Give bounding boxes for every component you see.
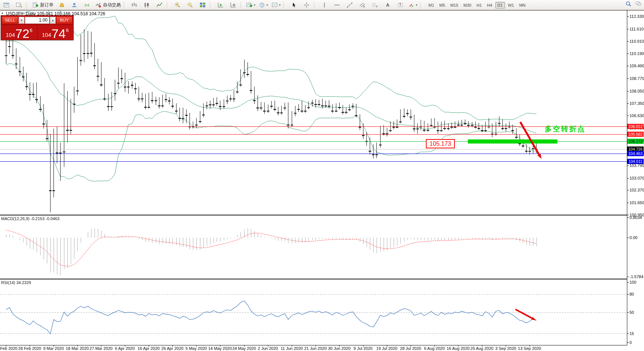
fibonacci-button[interactable]: F bbox=[369, 1, 381, 10]
mql5-button[interactable] bbox=[56, 1, 68, 10]
timeframe-w1-button[interactable]: W1 bbox=[506, 2, 517, 9]
timeframe-m15-button[interactable]: M15 bbox=[448, 2, 460, 9]
toolbar-right-icons bbox=[625, 1, 642, 7]
buy-price[interactable]: 104 74 6 bbox=[38, 25, 74, 40]
toolbar-separator bbox=[314, 1, 317, 9]
autotrading-button[interactable]: 自动交易 bbox=[94, 1, 122, 10]
date-axis-label: 30 Jun 2020 bbox=[326, 346, 352, 351]
price-badge-106.012: 106.012 bbox=[627, 124, 644, 129]
templates-button[interactable]: ▾ bbox=[270, 1, 282, 10]
search-icon[interactable] bbox=[625, 1, 632, 7]
equidistant-channel-button[interactable]: E bbox=[356, 1, 368, 10]
sell-price[interactable]: 104 72 6 bbox=[1, 25, 38, 40]
timeframe-m1-button[interactable]: M1 bbox=[426, 2, 436, 9]
volume-increase-button[interactable]: ▲ bbox=[50, 17, 56, 24]
profile-button[interactable] bbox=[13, 1, 25, 10]
crosshair-button[interactable] bbox=[301, 1, 313, 10]
horizontal-line-object-106.012[interactable] bbox=[0, 126, 627, 127]
timeframe-h4-button[interactable]: H4 bbox=[485, 2, 495, 9]
text-label-button[interactable]: T bbox=[394, 1, 406, 10]
macd-axis-label: -1.5784 bbox=[630, 274, 643, 279]
mql5-icon bbox=[59, 2, 65, 8]
horizontal-line-icon bbox=[334, 2, 340, 8]
vertical-line-button[interactable] bbox=[318, 1, 330, 10]
trend-line-button[interactable] bbox=[344, 1, 356, 10]
text-icon: A bbox=[385, 2, 391, 8]
indicators-button[interactable]: ▾ bbox=[245, 1, 257, 10]
date-axis-label: 21 Jun 2020 bbox=[302, 346, 329, 351]
price-badge-105.582: 105.582 bbox=[627, 132, 644, 137]
zoom-in-button[interactable] bbox=[171, 1, 183, 10]
templates-icon bbox=[272, 2, 278, 8]
sell-price-big: 72 bbox=[15, 28, 29, 39]
tile-windows-icon bbox=[200, 2, 206, 8]
timeframe-h1-button[interactable]: H1 bbox=[474, 2, 484, 9]
vertical-line-icon bbox=[321, 2, 328, 8]
date-axis-label: 3 Sep 2020 bbox=[493, 346, 519, 351]
horizontal-line-object-105.582[interactable] bbox=[0, 134, 627, 135]
volume-input[interactable]: 1.00 bbox=[25, 17, 49, 24]
date-axis-label: 18 Mar 2020 bbox=[64, 346, 90, 351]
indicators-dropdown-icon[interactable]: ▾ bbox=[254, 3, 255, 7]
price-tick-label: 103.070 bbox=[630, 176, 644, 180]
horizontal-line-button[interactable] bbox=[331, 1, 343, 10]
vps-button[interactable] bbox=[68, 1, 80, 10]
macd-axis-label: 0.8034 bbox=[630, 215, 642, 220]
date-axis-label: 9 Mar 2020 bbox=[41, 346, 67, 351]
timeframe-m30-button[interactable]: M30 bbox=[461, 2, 473, 9]
chart-shift-icon bbox=[230, 2, 236, 8]
chart-shift-button[interactable] bbox=[227, 1, 239, 10]
horizontal-line-object-104.463[interactable] bbox=[0, 154, 627, 154]
horizontal-line-object-104.011[interactable] bbox=[0, 161, 627, 162]
date-axis-label: 28 Jul 2020 bbox=[398, 346, 424, 351]
bar-chart-button[interactable] bbox=[128, 1, 140, 10]
arrows-button[interactable]: ▾ bbox=[407, 1, 419, 10]
profile-icon bbox=[16, 2, 22, 8]
signals-icon bbox=[84, 2, 90, 8]
tile-windows-button[interactable] bbox=[197, 1, 208, 10]
candlestick-chart-button[interactable] bbox=[141, 1, 153, 10]
line-chart-button[interactable] bbox=[153, 1, 165, 10]
svg-text:F: F bbox=[376, 5, 378, 8]
support-zone-bar[interactable] bbox=[468, 139, 557, 144]
new-order-icon bbox=[32, 2, 39, 8]
timeframe-mn-button[interactable]: MN bbox=[517, 2, 528, 9]
timeframe-m5-button[interactable]: M5 bbox=[437, 2, 447, 9]
new-order-button[interactable]: 新订单 bbox=[31, 1, 55, 10]
price-tick-label: 107.350 bbox=[630, 101, 644, 106]
sell-button[interactable]: SELL bbox=[2, 16, 18, 24]
chart-window-button[interactable] bbox=[0, 1, 12, 10]
chat-icon[interactable] bbox=[635, 1, 642, 7]
buy-button[interactable]: BUY bbox=[56, 16, 72, 24]
horizontal-line-object-104.726[interactable] bbox=[0, 149, 627, 149]
fibonacci-icon: F bbox=[372, 2, 378, 8]
autotrading-label: 自动交易 bbox=[103, 2, 121, 8]
timeframe-d1-button[interactable]: D1 bbox=[495, 2, 505, 9]
date-axis-label: 5 May 2020 bbox=[183, 346, 209, 351]
toolbar-separator bbox=[284, 1, 287, 9]
signals-button[interactable] bbox=[81, 1, 93, 10]
date-axis-label: 27 Mar 2020 bbox=[88, 346, 114, 351]
line-chart-icon bbox=[156, 2, 163, 8]
cursor-button[interactable] bbox=[288, 1, 300, 10]
price-badge-104.463: 104.463 bbox=[627, 151, 644, 156]
support-price-label[interactable]: 105.173 bbox=[426, 139, 455, 148]
templates-dropdown-icon[interactable]: ▾ bbox=[279, 3, 281, 7]
date-axis-label: 19 Feb 2020 bbox=[0, 346, 19, 351]
date-axis-label: 26 Apr 2020 bbox=[159, 346, 185, 351]
text-button[interactable]: A bbox=[382, 1, 394, 10]
arrows-dropdown-icon[interactable]: ▾ bbox=[416, 3, 417, 7]
periods-dropdown-icon[interactable]: ▾ bbox=[266, 3, 268, 7]
turning-point-annotation[interactable]: 多空转折点 bbox=[545, 124, 586, 134]
vps-icon bbox=[71, 2, 78, 8]
one-click-collapse-icon[interactable]: ▴ bbox=[1, 11, 3, 15]
price-tick-label: 101.650 bbox=[630, 200, 644, 205]
toolbar-separator bbox=[210, 1, 213, 9]
zoom-out-button[interactable] bbox=[184, 1, 196, 10]
periods-button[interactable]: ▾ bbox=[258, 1, 269, 10]
date-axis-label: 6 Apr 2020 bbox=[112, 346, 138, 351]
volume-decrease-button[interactable]: ▼ bbox=[19, 17, 25, 24]
main-chart-canvas[interactable] bbox=[0, 0, 644, 351]
auto-scroll-button[interactable] bbox=[214, 1, 226, 10]
price-tick-label: 108.770 bbox=[630, 76, 644, 81]
